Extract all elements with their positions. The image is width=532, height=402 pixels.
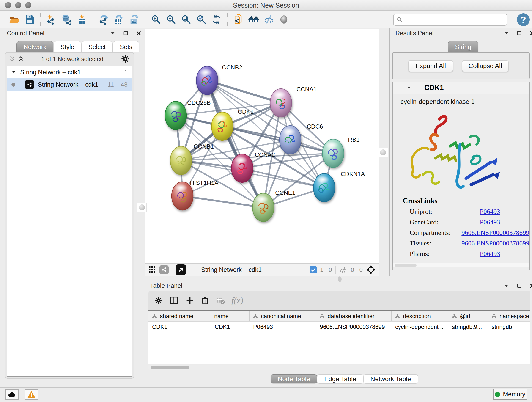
expander-triangle-icon[interactable] (12, 70, 17, 75)
tab-style[interactable]: Style (53, 41, 81, 52)
table-panel-float-button[interactable] (516, 282, 523, 289)
show-columns-icon[interactable] (169, 295, 179, 306)
zoom-selected-button[interactable] (194, 12, 209, 27)
expand-all-button[interactable]: Expand All (408, 60, 453, 72)
results-panel-float-button[interactable] (516, 30, 523, 37)
warning-status-button[interactable] (25, 389, 38, 400)
network-edge-CCNB2-CCNA1[interactable] (207, 80, 281, 103)
tab-string[interactable]: String (448, 41, 478, 52)
column-header-namespace[interactable]: namespace (488, 311, 530, 321)
zoom-window-button[interactable] (25, 2, 32, 8)
crosslink-link-uniprot[interactable]: P06493 (480, 208, 500, 216)
crosslink-link-pharos[interactable]: P06493 (480, 250, 500, 258)
crosslink-link-compartments[interactable]: 9606.ENSP00000378699 (462, 229, 529, 236)
export-image-button[interactable] (127, 12, 142, 27)
column-header-@id[interactable]: @id (448, 311, 488, 321)
protein-card-header[interactable]: CDK1 (393, 82, 529, 94)
horizontal-splitter-grip[interactable] (338, 276, 342, 282)
network-node-RB1[interactable]: RB1 (322, 136, 360, 167)
network-options-gear-icon[interactable] (121, 54, 130, 64)
refresh-view-button[interactable] (209, 12, 224, 27)
cloud-status-button[interactable] (5, 389, 19, 400)
column-header-description[interactable]: description (392, 311, 448, 321)
network-view-share-icon[interactable] (159, 265, 169, 274)
import-network-database-button[interactable] (59, 12, 74, 27)
string-hide-button[interactable] (261, 12, 276, 27)
table-cell[interactable]: cyclin-dependent ... (392, 322, 448, 332)
crosslink-link-genecard[interactable]: P06493 (480, 218, 500, 226)
control-panel-float-button[interactable] (122, 30, 129, 37)
zoom-out-button[interactable] (164, 12, 179, 27)
network-canvas[interactable]: CCNB2CCNA1CDC25BCDK1CDC6RB1CCNB1CCNA2CDK… (145, 29, 379, 264)
function-builder-icon[interactable]: f(x) (231, 296, 243, 306)
column-header-name[interactable]: name (211, 311, 249, 321)
open-session-button[interactable] (7, 12, 22, 27)
delete-column-trash-icon[interactable] (200, 296, 210, 305)
table-cell[interactable]: CDK1 (211, 322, 249, 332)
table-panel-close-button[interactable] (529, 282, 532, 289)
left-splitter-grip[interactable] (137, 203, 147, 212)
network-row[interactable]: String Network – cdk11148 (7, 78, 132, 91)
tab-select[interactable]: Select (81, 41, 113, 52)
zoom-in-button[interactable] (148, 12, 164, 27)
network-node-CCNE1[interactable]: CCNE1 (253, 189, 295, 222)
close-window-button[interactable] (5, 2, 11, 8)
string-protein-query-button[interactable] (231, 12, 246, 27)
control-panel-close-button[interactable] (135, 30, 142, 37)
minimize-window-button[interactable] (15, 2, 21, 8)
expand-all-networks-icon[interactable] (18, 56, 24, 62)
results-scrollbar[interactable] (393, 263, 529, 267)
help-button[interactable]: ? (517, 13, 530, 26)
import-table-file-button[interactable] (74, 12, 89, 27)
column-header-shared-name[interactable]: shared name (148, 311, 211, 321)
import-network-file-button[interactable] (44, 12, 59, 27)
collapse-all-button[interactable]: Collapse All (462, 60, 509, 72)
network-edge-HIST1H1A-CCNE1[interactable] (182, 196, 263, 207)
table-horizontal-scrollbar[interactable] (148, 365, 530, 370)
network-node-CDKN1A[interactable]: CDKN1A (313, 171, 365, 202)
add-column-icon[interactable] (185, 296, 194, 305)
column-header-database-identifier[interactable]: database identifier (316, 311, 392, 321)
collapse-all-networks-icon[interactable] (9, 56, 15, 62)
table-cell[interactable]: stringdb (488, 322, 530, 332)
save-session-button[interactable] (22, 12, 37, 27)
tab-node-table[interactable]: Node Table (271, 375, 317, 384)
export-network-button[interactable] (96, 12, 111, 27)
birdseye-crosshair-icon[interactable] (366, 265, 376, 275)
column-header-canonical-name[interactable]: canonical name (249, 311, 316, 321)
tab-network-table[interactable]: Network Table (363, 375, 418, 384)
export-table-button[interactable] (111, 12, 127, 27)
table-cell[interactable]: P06493 (249, 322, 316, 332)
fit-content-button[interactable] (179, 12, 194, 27)
selected-checkbox[interactable] (310, 266, 317, 274)
table-panel-collapse-button[interactable] (503, 282, 510, 289)
string-home-button[interactable] (246, 12, 261, 27)
network-edge-CCNB2-CCNE1[interactable] (207, 80, 263, 207)
network-label: String Network – cdk1 (38, 81, 104, 88)
table-options-gear-icon[interactable] (154, 296, 163, 305)
memory-button[interactable]: Memory (493, 389, 527, 400)
results-panel-close-button[interactable] (529, 30, 532, 37)
detach-view-button[interactable] (176, 264, 186, 275)
table-cell[interactable]: 9606.ENSP00000378699 (316, 322, 392, 332)
table-cell[interactable]: stringdb:9... (448, 322, 488, 332)
network-node-CDK1[interactable]: CDK1 (211, 108, 254, 140)
results-panel-collapse-button[interactable] (503, 30, 510, 37)
crosslink-link-tissues[interactable]: 9606.ENSP00000378699 (462, 240, 529, 247)
tab-edge-table[interactable]: Edge Table (317, 375, 363, 384)
control-panel-collapse-button[interactable] (109, 30, 116, 37)
tab-sets[interactable]: Sets (113, 41, 139, 52)
network-node-CCNA1[interactable]: CCNA1 (270, 86, 317, 117)
string-eye-button[interactable] (276, 12, 291, 27)
protein-card-collapse-icon[interactable] (406, 85, 412, 90)
search-input[interactable] (405, 16, 504, 23)
grid-view-icon[interactable] (148, 266, 156, 274)
network-collection-row[interactable]: String Network – cdk11 (7, 66, 132, 78)
tab-network[interactable]: Network (17, 41, 53, 52)
table-row: CDK1CDK1P064939606.ENSP00000378699cyclin… (148, 322, 530, 332)
network-node-HIST1H1A[interactable]: HIST1H1A (172, 179, 219, 210)
network-node-label: CDK1 (238, 108, 254, 115)
right-splitter-grip[interactable] (378, 148, 388, 157)
table-cell[interactable]: CDK1 (148, 322, 211, 332)
network-list: String Network – cdk11String Network – c… (7, 65, 132, 377)
